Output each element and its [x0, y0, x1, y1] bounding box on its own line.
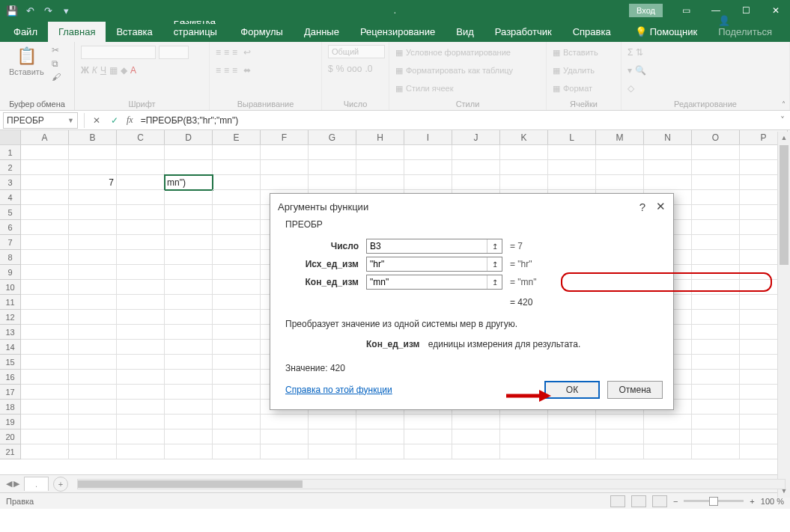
- share-button[interactable]: 👤 Поделиться: [708, 10, 783, 42]
- cell[interactable]: [117, 175, 165, 190]
- row-header[interactable]: 16: [0, 370, 21, 385]
- cell[interactable]: [117, 370, 165, 385]
- row-header[interactable]: 11: [0, 295, 21, 310]
- cell[interactable]: [21, 160, 69, 175]
- cell[interactable]: [21, 265, 69, 280]
- zoom-in-icon[interactable]: +: [750, 497, 754, 506]
- cell[interactable]: [692, 220, 740, 235]
- cell[interactable]: [309, 429, 356, 444]
- cell[interactable]: [644, 415, 692, 429]
- cell-styles-label[interactable]: Стили ячеек: [406, 84, 453, 93]
- cell[interactable]: [165, 355, 213, 370]
- scroll-thumb[interactable]: [780, 145, 789, 265]
- tab-help[interactable]: Справка: [562, 22, 622, 42]
- inc-dec-icon[interactable]: .0: [365, 64, 372, 74]
- align-left-icon[interactable]: ≡: [216, 65, 221, 76]
- tab-developer[interactable]: Разработчик: [484, 22, 562, 42]
- column-header[interactable]: G: [309, 130, 356, 144]
- cell[interactable]: [69, 310, 117, 325]
- cell-styles-icon[interactable]: ▦: [395, 84, 403, 94]
- chevron-down-icon[interactable]: ▼: [67, 117, 74, 124]
- row-header[interactable]: 21: [0, 444, 21, 459]
- cell[interactable]: [692, 295, 740, 310]
- cell[interactable]: [165, 340, 213, 355]
- scroll-up-icon[interactable]: ▲: [778, 132, 790, 144]
- cell[interactable]: [69, 220, 117, 235]
- cell[interactable]: [452, 145, 500, 160]
- currency-icon[interactable]: $: [328, 64, 333, 74]
- cell[interactable]: [165, 295, 213, 310]
- border-icon[interactable]: ▦: [109, 65, 118, 76]
- cell[interactable]: [213, 145, 261, 160]
- tab-data[interactable]: Данные: [294, 22, 350, 42]
- zoom-level[interactable]: 100 %: [761, 497, 784, 506]
- cell[interactable]: [404, 444, 452, 459]
- cell[interactable]: [692, 250, 740, 265]
- arg3-input[interactable]: [367, 275, 487, 289]
- cell[interactable]: [309, 415, 356, 429]
- column-header[interactable]: E: [213, 130, 261, 144]
- dialog-help-icon[interactable]: ?: [639, 201, 645, 213]
- cell[interactable]: [692, 444, 740, 459]
- cell[interactable]: [165, 280, 213, 295]
- row-header[interactable]: 8: [0, 250, 21, 265]
- fx-icon[interactable]: fx: [124, 114, 136, 126]
- undo-icon[interactable]: ↶: [22, 3, 37, 18]
- cell[interactable]: [213, 355, 261, 370]
- tab-file[interactable]: Файл: [3, 22, 48, 42]
- fontsize-combo[interactable]: [159, 46, 189, 59]
- percent-icon[interactable]: %: [336, 64, 344, 74]
- cell[interactable]: [21, 190, 69, 205]
- column-header[interactable]: D: [165, 130, 213, 144]
- tab-review[interactable]: Рецензирование: [350, 22, 446, 42]
- row-header[interactable]: 5: [0, 205, 21, 220]
- comma-icon[interactable]: ооо: [347, 64, 362, 74]
- cell[interactable]: [213, 415, 261, 429]
- dialog-help-link[interactable]: Справка по этой функции: [285, 385, 392, 395]
- wrap-icon[interactable]: ↩: [243, 47, 251, 58]
- cut-icon[interactable]: ✂: [52, 45, 61, 55]
- cell[interactable]: [213, 385, 261, 400]
- cell[interactable]: [165, 415, 213, 429]
- cell[interactable]: [117, 429, 165, 444]
- autosum-icon[interactable]: Σ: [628, 47, 633, 58]
- cell[interactable]: [213, 340, 261, 355]
- cell[interactable]: [596, 429, 644, 444]
- cell[interactable]: [644, 145, 692, 160]
- number-format-combo[interactable]: Общий: [328, 45, 385, 58]
- cell[interactable]: [261, 175, 309, 190]
- cell[interactable]: [692, 175, 740, 190]
- cell[interactable]: [69, 250, 117, 265]
- cell[interactable]: [165, 429, 213, 444]
- cell[interactable]: [21, 235, 69, 250]
- cell[interactable]: [452, 429, 500, 444]
- cell[interactable]: [21, 250, 69, 265]
- cell[interactable]: [165, 444, 213, 459]
- cell[interactable]: [213, 325, 261, 340]
- column-header[interactable]: J: [452, 130, 500, 144]
- cell[interactable]: [452, 160, 500, 175]
- row-header[interactable]: 3: [0, 175, 21, 190]
- cell[interactable]: [548, 429, 596, 444]
- arg2-input[interactable]: [367, 257, 487, 271]
- cell[interactable]: [404, 145, 452, 160]
- cell[interactable]: [69, 400, 117, 415]
- align-bot-icon[interactable]: ≡: [232, 47, 237, 58]
- cell[interactable]: [117, 160, 165, 175]
- cell[interactable]: [69, 265, 117, 280]
- delete-cells-label[interactable]: Удалить: [563, 66, 595, 75]
- column-header[interactable]: A: [21, 130, 69, 144]
- row-header[interactable]: 18: [0, 400, 21, 415]
- format-cells-icon[interactable]: ▦: [553, 84, 560, 94]
- cell[interactable]: [213, 235, 261, 250]
- cell[interactable]: [356, 175, 404, 190]
- cell[interactable]: [261, 415, 309, 429]
- cell[interactable]: [548, 145, 596, 160]
- cell[interactable]: [69, 429, 117, 444]
- column-header[interactable]: K: [500, 130, 548, 144]
- sheet-tab[interactable]: .: [24, 477, 49, 491]
- cell[interactable]: [165, 370, 213, 385]
- cell[interactable]: [21, 355, 69, 370]
- cell[interactable]: [404, 175, 452, 190]
- cell[interactable]: [165, 235, 213, 250]
